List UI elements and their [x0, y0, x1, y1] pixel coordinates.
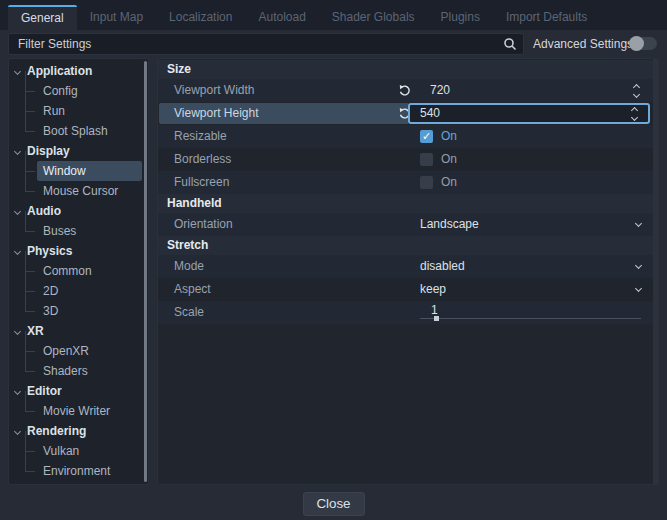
revert-icon[interactable] [398, 84, 411, 97]
sidebar-item-movie-writer[interactable]: Movie Writer [9, 401, 142, 421]
property-label: Viewport Width [174, 79, 254, 102]
checkbox[interactable] [420, 176, 433, 189]
chevron-down-icon[interactable] [636, 263, 641, 268]
search-input[interactable]: Filter Settings [8, 33, 524, 55]
checkbox[interactable]: ✓ [420, 130, 433, 143]
sidebar-item-buses[interactable]: Buses [9, 221, 142, 241]
slider-grabber[interactable] [434, 316, 439, 321]
sidebar-item-label: 3D [37, 301, 142, 321]
chevron-down-icon [14, 248, 21, 255]
tree-connector [25, 401, 35, 421]
chevron-down-icon [14, 428, 21, 435]
spinbox-focused[interactable]: 540 [408, 103, 650, 124]
tab-label: Shader Globals [332, 10, 415, 24]
sidebar-item-3d[interactable]: 3D [9, 301, 142, 321]
spin-down-icon [631, 114, 638, 121]
property-label: Scale [174, 301, 204, 324]
sidebar-item-label: Environment [37, 461, 142, 481]
chevron-down-icon [14, 68, 21, 75]
 [635, 220, 642, 227]
section-label: Stretch [167, 238, 208, 252]
sidebar-item-boot-splash[interactable]: Boot Splash [9, 121, 142, 141]
advanced-settings-toggle[interactable] [629, 37, 657, 50]
section-header-size: Size [158, 60, 653, 79]
settings-properties-panel: SizeViewport Width720Viewport Height540R… [157, 58, 659, 485]
tree-connector [25, 221, 35, 241]
sidebar-item-environment[interactable]: Environment [9, 461, 142, 481]
dropdown-value[interactable]: keep [420, 278, 446, 301]
section-header-handheld: Handheld [158, 194, 653, 213]
property-row-mode[interactable]: Modedisabled [158, 255, 653, 278]
checkbox[interactable] [420, 153, 433, 166]
toggle-knob [629, 36, 644, 51]
sidebar-item-label: Rendering [27, 424, 86, 438]
tab-label: Import Defaults [506, 10, 587, 24]
spinner-updown-icon[interactable] [632, 108, 640, 120]
 [635, 285, 642, 292]
property-row-fullscreen[interactable]: FullscreenOn [158, 171, 653, 194]
property-label: Orientation [174, 213, 233, 236]
tab-label: Plugins [441, 10, 480, 24]
sidebar-scrollbar[interactable] [144, 61, 147, 482]
tab-label: Input Map [90, 10, 143, 24]
tab-localization[interactable]: Localization [156, 5, 245, 30]
property-rows: SizeViewport Width720Viewport Height540R… [158, 60, 653, 324]
property-row-viewport-width[interactable]: Viewport Width720 [158, 79, 653, 102]
sidebar-item-label: Movie Writer [37, 401, 142, 421]
spin-value[interactable]: 720 [430, 79, 450, 102]
sidebar-item-shaders[interactable]: Shaders [9, 361, 142, 381]
dropdown-value[interactable]: Landscape [420, 213, 479, 236]
settings-tree: ApplicationConfigRunBoot SplashDisplayWi… [9, 61, 142, 481]
sidebar-item-label: Window [37, 161, 142, 181]
section-header-stretch: Stretch [158, 236, 653, 255]
tree-connector [25, 181, 35, 201]
property-row-scale[interactable]: Scale1 [158, 301, 653, 324]
property-row-resizable[interactable]: Resizable✓On [158, 125, 653, 148]
 [635, 262, 642, 269]
tree-connector [25, 461, 35, 481]
sidebar-item-label: Boot Splash [37, 121, 142, 141]
spinner-updown-icon[interactable] [634, 85, 642, 97]
checkbox-state-label: On [441, 148, 457, 171]
sidebar-item-label: OpenXR [37, 341, 142, 361]
search-placeholder: Filter Settings [18, 37, 503, 51]
close-button[interactable]: Close [302, 492, 364, 516]
tab-input-map[interactable]: Input Map [77, 5, 156, 30]
chevron-down-icon[interactable] [636, 286, 641, 291]
sidebar-item-label: Mouse Cursor [37, 181, 142, 201]
tab-autoload[interactable]: Autoload [245, 5, 318, 30]
chevron-down-icon[interactable] [636, 221, 641, 226]
tab-plugins[interactable]: Plugins [428, 5, 493, 30]
chevron-down-icon [14, 148, 21, 155]
advanced-settings-label: Advanced Settings [533, 37, 633, 51]
tree-connector [25, 361, 35, 381]
property-row-aspect[interactable]: Aspectkeep [158, 278, 653, 301]
tab-label: Localization [169, 10, 232, 24]
dropdown-value[interactable]: disabled [420, 255, 465, 278]
spin-down-icon [633, 91, 640, 98]
settings-category-panel: ApplicationConfigRunBoot SplashDisplayWi… [8, 58, 149, 485]
property-label: Borderless [174, 148, 231, 171]
sidebar-item-label: Buses [37, 221, 142, 241]
property-row-orientation[interactable]: OrientationLandscape [158, 213, 653, 236]
tab-general[interactable]: General [8, 5, 77, 30]
spin-value[interactable]: 540 [420, 105, 440, 122]
project-settings-dialog: GeneralInput MapLocalizationAutoloadShad… [0, 0, 667, 520]
sidebar-item-label: Application [27, 64, 92, 78]
sidebar-item-label: Config [37, 81, 142, 101]
checkbox-state-label: On [441, 125, 457, 148]
sidebar-item-mouse-cursor[interactable]: Mouse Cursor [9, 181, 142, 201]
tab-shader-globals[interactable]: Shader Globals [319, 5, 428, 30]
property-label: Resizable [174, 125, 227, 148]
tab-label: General [21, 11, 64, 25]
slider-track[interactable] [420, 318, 641, 319]
main-scrollbar[interactable] [653, 59, 658, 484]
tree-connector [25, 121, 35, 141]
tab-import-defaults[interactable]: Import Defaults [493, 5, 600, 30]
property-row-viewport-height[interactable]: Viewport Height540 [158, 102, 653, 125]
tree-connector [25, 301, 35, 321]
section-label: Size [167, 62, 191, 76]
sidebar-item-label: Shaders [37, 361, 142, 381]
property-row-borderless[interactable]: BorderlessOn [158, 148, 653, 171]
sidebar-item-label: 2D [37, 281, 142, 301]
